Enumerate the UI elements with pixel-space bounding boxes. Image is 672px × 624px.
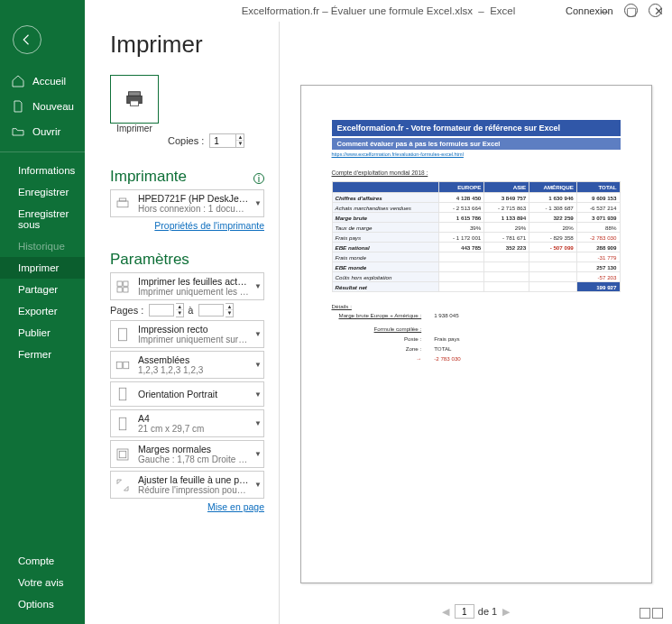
svg-rect-6 <box>124 281 128 286</box>
sidebar-label: Accueil <box>32 76 66 87</box>
arrow-left-icon <box>19 32 35 48</box>
svg-rect-11 <box>124 362 129 369</box>
sidebar-item-enregistrer-sous[interactable]: Enregistrer sous <box>0 203 85 235</box>
printer-properties-link[interactable]: Propriétés de l'imprimante <box>110 220 264 231</box>
svg-rect-5 <box>117 281 122 286</box>
orientation-select[interactable]: Orientation Portrait ▼ <box>110 381 264 407</box>
pages-to-label: à <box>188 305 193 316</box>
sidebar-item-historique: Historique <box>0 235 85 257</box>
preview-detail: Détails : Marge brute Europe + Amérique … <box>332 303 621 364</box>
svg-rect-3 <box>117 201 128 207</box>
folder-open-icon <box>11 124 25 139</box>
pages-label: Pages : <box>110 305 143 316</box>
portrait-icon <box>111 386 134 402</box>
chevron-down-icon: ▼ <box>253 390 263 399</box>
copies-control: Copies : ▲▼ <box>168 133 264 148</box>
sidebar-label: Nouveau <box>32 101 74 112</box>
sidebar-item-nouveau[interactable]: Nouveau <box>0 94 85 119</box>
printer-device-icon <box>111 196 134 212</box>
sidebar-item-accueil[interactable]: Accueil <box>0 69 85 94</box>
sidebar-item-exporter[interactable]: Exporter <box>0 300 85 322</box>
scaling-select[interactable]: Ajuster la feuille à une page Réduire l'… <box>110 471 264 499</box>
printer-name: HPED721F (HP DeskJet 2600… <box>138 193 249 204</box>
close-button[interactable]: ✕ <box>645 5 672 18</box>
copies-input[interactable] <box>209 133 236 148</box>
preview-panel: Excelformation.fr - Votre formateur de r… <box>279 22 672 624</box>
pages-from-spinner[interactable]: ▲▼ <box>176 303 184 317</box>
print-button[interactable] <box>110 75 159 124</box>
a4-icon <box>111 416 134 432</box>
page-number-input[interactable] <box>455 604 474 619</box>
sidebar-item-informations[interactable]: Informations <box>0 160 85 181</box>
sidebar-item-partager[interactable]: Partager <box>0 279 85 300</box>
print-settings-panel: Imprimer Imprimer Copies : ▲▼ Imprimante… <box>85 22 279 624</box>
page-preview: Excelformation.fr - Votre formateur de r… <box>300 85 652 583</box>
show-margins-button[interactable] <box>640 608 650 619</box>
sidebar-item-fermer[interactable]: Fermer <box>0 344 85 365</box>
svg-rect-7 <box>117 287 122 291</box>
sidebar-item-imprimer[interactable]: Imprimer <box>0 257 85 279</box>
preview-data-table: EUROPEASIEAMÉRIQUETOTALChiffres d'affair… <box>332 181 621 292</box>
svg-rect-0 <box>129 92 141 96</box>
content-row: Imprimer Imprimer Copies : ▲▼ Imprimante… <box>85 22 672 624</box>
svg-rect-8 <box>124 287 128 291</box>
sidebar-item-votre-avis[interactable]: Votre avis <box>0 572 85 593</box>
section-params-heading: Paramètres <box>110 251 264 269</box>
svg-rect-12 <box>119 388 126 400</box>
chevron-down-icon: ▼ <box>253 481 263 489</box>
side-select[interactable]: Impression recto Imprimer uniquement sur… <box>110 320 264 348</box>
collate-select[interactable]: Assemblées 1,2,3 1,2,3 1,2,3 ▼ <box>110 351 264 379</box>
collate-icon <box>111 357 134 373</box>
svg-rect-15 <box>119 451 126 458</box>
preview-caption: Compte d'exploitation mondial 2018 : <box>332 170 621 176</box>
chevron-down-icon: ▼ <box>253 199 263 207</box>
sheets-icon <box>111 279 134 295</box>
sidebar-item-compte[interactable]: Compte <box>0 550 85 572</box>
chevron-down-icon: ▼ <box>253 450 263 458</box>
pages-from-input[interactable] <box>149 304 174 317</box>
main-area: Excelformation.fr – Évaluer une formule … <box>85 0 672 624</box>
document-title: Excelformation.fr – Évaluer une formule … <box>242 5 516 16</box>
page-setup-link[interactable]: Mise en page <box>110 501 264 512</box>
sidebar-item-options[interactable]: Options <box>0 593 85 615</box>
sidebar-item-ouvrir[interactable]: Ouvrir <box>0 119 85 144</box>
sidebar-item-enregistrer[interactable]: Enregistrer <box>0 181 85 203</box>
svg-rect-2 <box>130 101 138 106</box>
prev-page-button[interactable]: ◀ <box>442 606 449 618</box>
preview-pager: ◀ de 1 ▶ <box>280 604 672 619</box>
svg-rect-9 <box>119 328 127 341</box>
svg-rect-10 <box>116 362 122 369</box>
sidebar-separator <box>0 151 85 152</box>
paper-size-select[interactable]: A4 21 cm x 29,7 cm ▼ <box>110 409 264 437</box>
sidebar-item-publier[interactable]: Publier <box>0 322 85 344</box>
pages-to-input[interactable] <box>198 304 224 317</box>
minimize-button[interactable]: – <box>591 5 618 18</box>
svg-rect-14 <box>117 449 128 460</box>
window-controls: – ▢ ✕ <box>591 0 672 22</box>
zoom-to-page-button[interactable] <box>652 608 663 619</box>
margins-icon <box>111 446 134 463</box>
pages-to-spinner[interactable]: ▲▼ <box>226 303 234 317</box>
file-icon <box>11 99 25 114</box>
preview-zoom-controls <box>640 608 663 619</box>
copies-label: Copies : <box>168 135 204 146</box>
chevron-down-icon: ▼ <box>253 361 263 369</box>
fit-icon <box>111 477 134 493</box>
preview-banner1: Excelformation.fr - Votre formateur de r… <box>332 120 621 136</box>
sidebar-label: Ouvrir <box>32 126 60 137</box>
preview-banner2: Comment évaluer pas à pas les formules s… <box>332 138 621 150</box>
backstage-sidebar: Accueil Nouveau Ouvrir Informations Enre… <box>0 0 85 624</box>
page-icon <box>111 326 134 343</box>
printer-icon <box>124 89 144 109</box>
copies-spinner[interactable]: ▲▼ <box>236 133 244 148</box>
maximize-button[interactable]: ▢ <box>618 5 645 18</box>
next-page-button[interactable]: ▶ <box>502 606 510 618</box>
margins-select[interactable]: Marges normales Gauche : 1,78 cm Droite … <box>110 440 264 468</box>
sidebar-bottom: Compte Votre avis Options <box>0 550 85 615</box>
info-icon[interactable]: i <box>253 173 264 184</box>
chevron-down-icon: ▼ <box>253 330 263 338</box>
svg-rect-4 <box>119 198 126 201</box>
back-button[interactable] <box>13 25 41 54</box>
print-what-select[interactable]: Imprimer les feuilles actives Imprimer u… <box>110 272 264 300</box>
printer-select[interactable]: HPED721F (HP DeskJet 2600… Hors connexio… <box>110 189 264 217</box>
